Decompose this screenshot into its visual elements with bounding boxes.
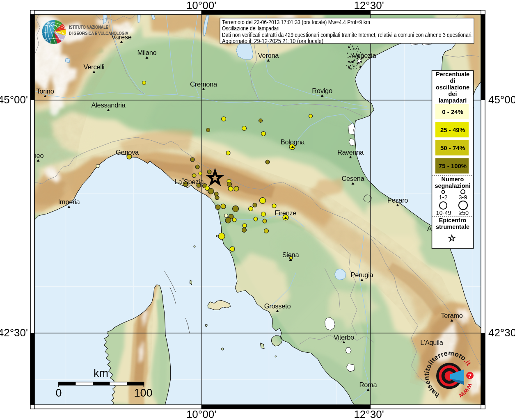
svg-text:Perugia: Perugia	[351, 271, 374, 278]
svg-text:42°30': 42°30'	[0, 326, 28, 339]
svg-text:Milano: Milano	[137, 49, 157, 56]
svg-text:segnalazioni: segnalazioni	[435, 183, 470, 189]
svg-text:Terremoto del 23-06-2013 17:01: Terremoto del 23-06-2013 17:01:33 (ora l…	[222, 19, 370, 25]
svg-text:0: 0	[55, 387, 62, 399]
svg-text:Viterbo: Viterbo	[334, 333, 354, 341]
svg-text:12°30': 12°30'	[354, 408, 384, 420]
svg-text:Oscillazione dei lampadari: Oscillazione dei lampadari	[222, 25, 279, 32]
svg-text:3-9: 3-9	[459, 194, 467, 201]
svg-text:10°00': 10°00'	[186, 408, 216, 420]
svg-text:Numero: Numero	[442, 176, 464, 183]
svg-text:100: 100	[134, 387, 152, 399]
svg-text:Ravenna: Ravenna	[337, 148, 364, 156]
svg-text:Venezia: Venezia	[353, 52, 377, 59]
svg-text:km: km	[94, 367, 108, 379]
svg-text:Teramo: Teramo	[441, 312, 462, 319]
svg-text:Torino: Torino	[36, 87, 54, 95]
svg-text:Rovigo: Rovigo	[312, 87, 332, 94]
svg-text:Firenze: Firenze	[275, 209, 297, 217]
svg-text:dei: dei	[449, 91, 457, 97]
svg-text:75 - 100%: 75 - 100%	[439, 162, 467, 169]
svg-text:Aggiornato il: 29-12-2025 21:1: Aggiornato il: 29-12-2025 21:10 (ora loc…	[222, 38, 323, 44]
svg-text:Cremona: Cremona	[190, 80, 217, 88]
svg-text:Bologna: Bologna	[281, 138, 305, 146]
svg-text:≥50: ≥50	[459, 210, 469, 216]
svg-text:50 - 74%: 50 - 74%	[440, 144, 465, 151]
svg-text:Percentuale: Percentuale	[436, 71, 469, 78]
svg-text:0 - 24%: 0 - 24%	[442, 108, 463, 115]
svg-text:12°30': 12°30'	[354, 0, 384, 11]
svg-text:lampadari: lampadari	[439, 97, 467, 104]
svg-text:Roma: Roma	[359, 381, 378, 388]
svg-text:ISTITUTO NAZIONALE: ISTITUTO NAZIONALE	[69, 25, 108, 30]
svg-text:Siena: Siena	[282, 251, 300, 258]
svg-text:42°30': 42°30'	[488, 326, 515, 339]
svg-text:25 - 49%: 25 - 49%	[440, 126, 465, 133]
svg-text:Imperia: Imperia	[58, 198, 80, 205]
svg-text:1-2: 1-2	[439, 194, 448, 201]
svg-text:strumentale: strumentale	[436, 224, 469, 230]
svg-text:Verona: Verona	[258, 52, 279, 59]
svg-text:L’Aquila: L’Aquila	[420, 339, 444, 346]
svg-text:10°00': 10°00'	[186, 0, 216, 11]
svg-text:Epicentro: Epicentro	[439, 217, 467, 224]
svg-text:45°00': 45°00'	[488, 94, 515, 106]
svg-text:di: di	[450, 78, 455, 84]
svg-text:Alessandria: Alessandria	[92, 101, 126, 109]
svg-text:Grosseto: Grosseto	[264, 302, 291, 310]
svg-text:Pesaro: Pesaro	[387, 196, 408, 204]
svg-text:Genova: Genova	[116, 148, 139, 156]
svg-text:Vercelli: Vercelli	[84, 63, 105, 71]
svg-text:10-49: 10-49	[436, 210, 451, 216]
svg-text:La Spezia: La Spezia	[175, 178, 204, 185]
svg-text:Dati non verificati estratti d: Dati non verificati estratti da 429 ques…	[222, 32, 473, 38]
svg-text:?: ?	[468, 372, 472, 379]
svg-text:Cesena: Cesena	[341, 175, 364, 182]
svg-text:45°00': 45°00'	[0, 94, 28, 106]
svg-text:oscillazione: oscillazione	[436, 84, 469, 91]
svg-text:DI GEOFISICA E VULCANOLOGIA: DI GEOFISICA E VULCANOLOGIA	[69, 31, 128, 36]
